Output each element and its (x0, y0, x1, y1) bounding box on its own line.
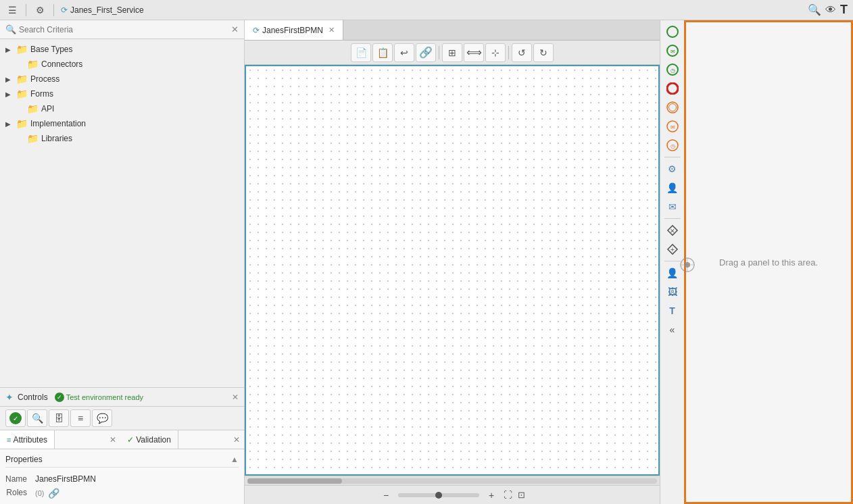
timer-intermediate-btn[interactable]: ◷ (662, 136, 683, 154)
lane-btn[interactable]: 👤 (662, 264, 683, 282)
folder-icon: 📁 (16, 89, 28, 99)
canvas-tab-close-button[interactable]: ✕ (328, 26, 335, 34)
tree-label: Connectors (41, 59, 82, 69)
name-value: JanesFirstBPMN (35, 474, 239, 484)
check-button[interactable]: ✓ (5, 409, 26, 427)
task-btn[interactable]: ⚙ (662, 160, 683, 178)
message-start-btn[interactable]: ✉ (662, 42, 683, 59)
expand-icon: ▶ (5, 120, 14, 128)
zoom-in-btn[interactable]: + (485, 488, 498, 502)
tree-item-libraries[interactable]: 📁 Libraries (0, 131, 244, 146)
message-intermediate-btn[interactable]: ✉ (662, 118, 683, 135)
home-icon[interactable]: ☰ (5, 3, 19, 17)
service-tab[interactable]: ⟳ Janes_First_Service (61, 5, 144, 15)
scrollbar-track[interactable] (247, 478, 657, 484)
intermediate-event-btn[interactable] (662, 99, 683, 116)
top-bar: ☰ ⚙ ⟳ Janes_First_Service 🔍 👁 T (0, 0, 853, 20)
right-drag-panel[interactable]: Drag a panel to this area. (684, 20, 853, 504)
tree-label: Process (30, 74, 59, 84)
search-icon[interactable]: 🔍 (808, 3, 821, 16)
attrs-close-2[interactable]: ✕ (233, 435, 240, 445)
controls-toolbar: ✓ 🔍 🗄 ≡ 💬 (0, 407, 244, 430)
search-clear-button[interactable]: ✕ (231, 24, 239, 34)
zoom-out-btn[interactable]: − (379, 488, 393, 502)
svg-text:+: + (671, 246, 675, 253)
validation-tab[interactable]: ✓ Validation (120, 430, 178, 449)
zoom-thumb (435, 492, 442, 499)
center-btn[interactable]: ⊹ (485, 43, 506, 62)
canvas-scrollbar-h[interactable] (245, 476, 660, 485)
undo-btn[interactable]: ↺ (512, 43, 532, 62)
list-button[interactable]: ≡ (70, 409, 91, 427)
tree-item-process[interactable]: ▶ 📁 Process (0, 72, 244, 86)
folder-icon: 📁 (27, 133, 39, 144)
props-grid: Name JanesFirstBPMN Roles (0) 🔗 (5, 472, 239, 501)
canvas-main[interactable] (245, 65, 660, 476)
svg-point-7 (668, 104, 676, 111)
expand-icon[interactable]: ⛶ (504, 490, 512, 500)
search-bar: 🔍 ✕ (0, 20, 244, 39)
user-task-btn[interactable]: 👤 (662, 179, 683, 197)
main-area: 🔍 ✕ ▶ 📁 Base Types 📁 Connectors ▶ 📁 Pr (0, 20, 853, 504)
start-event-btn[interactable] (662, 23, 683, 41)
separator2 (53, 4, 54, 16)
redo-btn[interactable]: ↻ (533, 43, 554, 62)
copy-btn[interactable]: 📋 (372, 43, 393, 62)
attrs-header: ≡ Attributes ✕ ✓ Validation ✕ (0, 430, 244, 449)
scrollbar-thumb[interactable] (247, 478, 342, 484)
new-file-btn[interactable]: 📄 (351, 43, 371, 62)
send-task-btn[interactable]: ✉ (662, 198, 683, 216)
properties-header: Properties ▲ (5, 452, 239, 468)
eye-icon[interactable]: 👁 (825, 4, 836, 16)
center-area: ⟳ JanesFirstBPMN ✕ 📄 📋 ↩ 🔗 ⊞ ⟺ ⊹ ↺ ↻ (245, 20, 660, 504)
roles-value: (0) 🔗 (35, 488, 239, 499)
folder-icon: 📁 (27, 103, 39, 114)
timer-start-btn[interactable]: ◷ (662, 61, 683, 78)
properties-title: Properties (5, 455, 43, 464)
text-btn[interactable]: T (662, 302, 683, 320)
properties-section: Properties ▲ Name JanesFirstBPMN Roles (… (0, 449, 244, 504)
bottom-zoom-bar: − + ⛶ ⊡ (245, 485, 660, 504)
gear-icon[interactable]: ⚙ (33, 3, 47, 17)
paste-btn[interactable]: ↩ (394, 43, 414, 62)
svg-text:◷: ◷ (670, 68, 675, 74)
document-button[interactable]: 🔍 (27, 409, 47, 427)
tree-item-api[interactable]: 📁 API (0, 101, 244, 116)
tree-label: Implementation (30, 119, 86, 128)
collapse-icon[interactable]: ▲ (230, 455, 239, 464)
tree-item-implementation[interactable]: ▶ 📁 Implementation (0, 116, 244, 131)
canvas-dots (246, 66, 658, 474)
image-btn[interactable]: 🖼 (662, 283, 683, 301)
controls-header: ✦ Controls ✓ Test environment ready ✕ (0, 388, 244, 407)
attributes-tab[interactable]: ≡ Attributes (0, 430, 55, 449)
tree-item-connectors[interactable]: 📁 Connectors (0, 57, 244, 72)
fit-width-btn[interactable]: ⟺ (464, 43, 484, 62)
link-icon[interactable]: 🔗 (48, 488, 59, 499)
search-input[interactable] (19, 25, 228, 34)
folder-icon: 📁 (16, 44, 28, 55)
canvas-tab-icon: ⟳ (253, 26, 260, 35)
tree-label: Forms (30, 89, 53, 99)
toolbar-separator (439, 46, 439, 59)
zoom-slider[interactable] (398, 493, 479, 497)
chat-button[interactable]: 💬 (92, 409, 112, 427)
tree-item-base-types[interactable]: ▶ 📁 Base Types (0, 42, 244, 57)
roles-label: Roles (5, 488, 27, 499)
attrs-close-1[interactable]: ✕ (109, 435, 116, 445)
link-btn[interactable]: 🔗 (416, 43, 436, 62)
separator2 (664, 218, 681, 219)
roles-badge: (0) (35, 489, 44, 497)
gateway-plus-btn[interactable]: + (662, 241, 683, 258)
collapse-btn[interactable]: « (662, 321, 683, 338)
folder-icon: 📁 (16, 74, 28, 84)
fullscreen-icon[interactable]: ⊡ (518, 490, 525, 500)
db-button[interactable]: 🗄 (49, 409, 69, 427)
tree-item-forms[interactable]: ▶ 📁 Forms (0, 86, 244, 101)
end-event-btn[interactable] (662, 80, 683, 97)
gateway-x-btn[interactable]: ✕ (662, 222, 683, 239)
canvas-tab-bpmn[interactable]: ⟳ JanesFirstBPMN ✕ (245, 20, 343, 40)
controls-close-button[interactable]: ✕ (232, 393, 239, 402)
controls-title: Controls (18, 393, 48, 402)
grid-btn[interactable]: ⊞ (442, 43, 462, 62)
svg-text:✉: ✉ (670, 49, 675, 55)
